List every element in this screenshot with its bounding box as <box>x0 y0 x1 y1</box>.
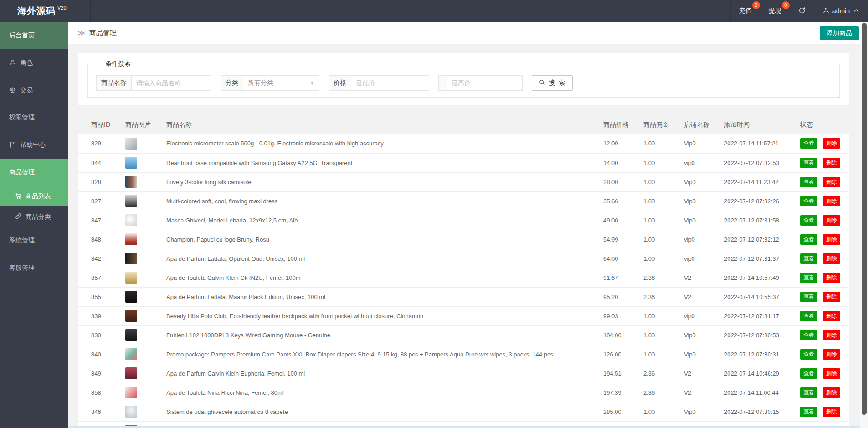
column-header-product-commission: 商品佣金 <box>643 116 684 134</box>
max-price-input[interactable] <box>447 75 523 91</box>
app-logo: 海外源码 V20 <box>0 0 91 22</box>
delete-button[interactable]: 删除 <box>823 368 840 379</box>
withdraw-label: 提现 <box>769 7 781 15</box>
shop-name-cell: vip0 <box>684 306 724 325</box>
view-button[interactable]: 查看 <box>800 330 817 340</box>
sidebar-item-system-management[interactable]: 系统管理 <box>0 227 68 254</box>
sidebar-item-label: 客服管理 <box>9 264 35 272</box>
link-icon <box>15 212 22 221</box>
view-button[interactable]: 查看 <box>800 196 817 206</box>
price-label: 价格 <box>329 75 351 91</box>
search-button-label: 搜 索 <box>549 79 566 87</box>
delete-button[interactable]: 删除 <box>823 177 840 187</box>
product-image-cell <box>125 345 166 364</box>
sidebar-item-customer-service[interactable]: 客服管理 <box>0 254 68 282</box>
added-time-cell: 2022-07-12 07:31:37 <box>724 249 800 268</box>
product-commission-cell: 1.00 <box>643 249 684 268</box>
added-time-cell: 2022-07-12 07:30:15 <box>724 402 800 421</box>
added-time-cell: 2022-07-12 07:30:31 <box>724 345 800 364</box>
product-name-cell: Sistem de udat ghivecele automat cu 8 ca… <box>166 402 603 421</box>
table-row: 829 Electronic micrometer scale 500g - 0… <box>78 134 849 153</box>
category-select[interactable]: 所有分类 ▼ <box>243 75 319 91</box>
view-button[interactable]: 查看 <box>800 234 817 245</box>
product-image-cell <box>125 383 166 402</box>
view-button[interactable]: 查看 <box>800 407 817 417</box>
breadcrumb-chevrons-icon: ≫ <box>77 29 85 37</box>
view-button[interactable]: 查看 <box>800 273 817 283</box>
product-name-group: 商品名称 <box>96 75 211 91</box>
product-table-body: 829 Electronic micrometer scale 500g - 0… <box>78 134 849 428</box>
sidebar-item-permissions[interactable]: 权限管理 <box>0 104 68 131</box>
sidebar-item-transactions[interactable]: 交易 <box>0 77 68 104</box>
delete-button[interactable]: 删除 <box>823 292 840 302</box>
view-button[interactable]: 查看 <box>800 158 817 168</box>
refresh-button[interactable] <box>790 0 814 22</box>
status-cell: 查看 删除 <box>800 153 849 172</box>
recharge-menu-item[interactable]: 充值 0 <box>730 0 760 22</box>
horizontal-scrollbar[interactable] <box>69 426 860 428</box>
table-row: 839 Beverly Hills Polo Club, Eco-friendl… <box>78 306 849 325</box>
sidebar-item-dashboard[interactable]: 后台首页 <box>0 22 68 49</box>
column-header-product-name: 商品名称 <box>166 116 603 134</box>
user-icon <box>822 7 830 15</box>
view-button[interactable]: 查看 <box>800 387 817 398</box>
search-button[interactable]: 搜 索 <box>532 75 573 91</box>
sidebar-item-help-center[interactable]: 帮助中心 <box>0 131 68 159</box>
product-thumbnail <box>125 367 137 379</box>
view-button[interactable]: 查看 <box>800 292 817 302</box>
column-header-added-time: 添加时间 <box>724 116 800 134</box>
product-name-cell: Rear front case compatible with Samsung … <box>166 153 603 172</box>
product-thumbnail <box>125 138 137 150</box>
delete-button[interactable]: 删除 <box>823 349 840 360</box>
status-cell: 查看 删除 <box>800 306 849 325</box>
view-button[interactable]: 查看 <box>800 138 817 149</box>
product-name-input[interactable] <box>131 75 211 91</box>
product-thumbnail <box>125 214 137 226</box>
product-image-cell <box>125 364 166 383</box>
withdraw-menu-item[interactable]: 提现 0 <box>760 0 790 22</box>
product-thumbnail <box>125 157 137 169</box>
vertical-scrollbar-thumb[interactable] <box>862 23 867 415</box>
delete-button[interactable]: 删除 <box>823 387 840 398</box>
product-thumbnail <box>125 348 137 360</box>
view-button[interactable]: 查看 <box>800 215 817 226</box>
delete-button[interactable]: 删除 <box>823 234 840 245</box>
view-button[interactable]: 查看 <box>800 177 817 187</box>
product-thumbnail <box>125 310 137 322</box>
delete-button[interactable]: 删除 <box>823 215 840 226</box>
delete-button[interactable]: 删除 <box>823 273 840 283</box>
sidebar-item-roles[interactable]: 角色 <box>0 49 68 77</box>
product-id-cell: 827 <box>78 191 125 211</box>
delete-button[interactable]: 删除 <box>823 138 840 149</box>
delete-button[interactable]: 删除 <box>823 330 840 340</box>
delete-button[interactable]: 删除 <box>823 253 840 264</box>
sidebar-item-product-management[interactable]: 商品管理 <box>0 159 68 186</box>
sidebar-item-product-categories[interactable]: 商品分类 <box>0 206 68 227</box>
status-cell: 查看 删除 <box>800 383 849 402</box>
status-cell: 查看 删除 <box>800 172 849 191</box>
scales-icon <box>9 86 16 95</box>
delete-button[interactable]: 删除 <box>823 196 840 206</box>
add-product-button[interactable]: 添加商品 <box>820 26 859 40</box>
delete-button[interactable]: 删除 <box>823 311 840 321</box>
view-button[interactable]: 查看 <box>800 311 817 321</box>
delete-button[interactable]: 删除 <box>823 407 840 417</box>
added-time-cell: 2022-07-12 07:30:53 <box>724 325 800 345</box>
product-thumbnail <box>125 195 137 207</box>
admin-user-menu[interactable]: admin <box>814 0 868 22</box>
sidebar-item-product-list[interactable]: 商品列表 <box>0 186 68 206</box>
category-selected-value: 所有分类 <box>248 79 273 87</box>
delete-button[interactable]: 删除 <box>823 158 840 168</box>
shop-name-cell: vip0 <box>684 249 724 268</box>
product-commission-cell: 1.00 <box>643 211 684 230</box>
view-button[interactable]: 查看 <box>800 368 817 379</box>
product-id-cell: 830 <box>78 325 125 345</box>
column-header-product-price: 商品价格 <box>603 116 643 134</box>
vertical-scrollbar[interactable] <box>860 22 868 428</box>
view-button[interactable]: 查看 <box>800 349 817 360</box>
added-time-cell: 2022-07-14 11:23:42 <box>724 172 800 191</box>
min-price-input[interactable] <box>351 75 429 91</box>
view-button[interactable]: 查看 <box>800 253 817 264</box>
table-row: 855 Apa de Parfum Lattafa, Maahir Black … <box>78 287 849 306</box>
product-image-cell <box>125 325 166 345</box>
